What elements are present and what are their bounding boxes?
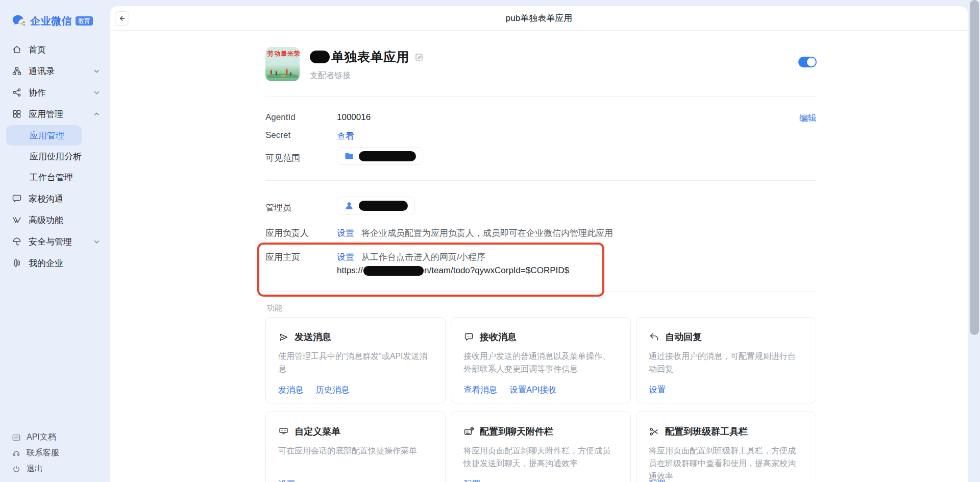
advanced-v-icon: [12, 215, 22, 225]
homepage-url: https:// n/team/todo?qywxCorpId=$CORPID$: [337, 266, 569, 276]
sidebar-nav: 首页 通讯录 协作 应用管理: [0, 39, 108, 274]
scrollbar-thumb[interactable]: [970, 0, 979, 335]
feature-card-title: 自定义菜单: [295, 425, 340, 438]
chat-attachment-config-link[interactable]: 配置: [463, 479, 480, 482]
visible-scope-chip[interactable]: [337, 147, 423, 165]
sidebar-item-app-management[interactable]: 应用管理: [0, 103, 108, 125]
folder-icon: [344, 151, 354, 161]
history-message-link[interactable]: 历史消息: [316, 384, 350, 396]
brand-name: 企业微信: [30, 14, 72, 28]
sidebar-subitem-label: 应用管理: [30, 130, 64, 141]
sidebar-item-label: 联系客服: [27, 448, 59, 459]
receive-message-icon: [463, 332, 474, 343]
visible-scope-label: 可见范围: [265, 148, 337, 164]
admin-row: 管理员: [265, 197, 415, 214]
sidebar-item-label: 安全与管理: [29, 236, 72, 248]
feature-card-desc: 通过接收用户的消息，可配置规则进行自动回复: [649, 350, 803, 375]
app-subtitle: 支配者链接: [310, 70, 424, 81]
feature-card-title: 配置到班级群工具栏: [665, 425, 748, 438]
homepage-url-suffix: n/team/todo?qywxCorpId=$CORPID$: [424, 266, 569, 276]
app-head: 劳动最光荣 单独表单应用: [265, 47, 424, 81]
app-owner-label: 应用负责人: [265, 227, 337, 239]
feature-card-title: 配置到聊天附件栏: [480, 425, 553, 438]
sidebar-subitem-app-usage-analysis[interactable]: 应用使用分析: [6, 146, 82, 166]
secret-view-link[interactable]: 查看: [337, 130, 354, 142]
sidebar-item-label: API文档: [27, 432, 56, 443]
edu-badge: 教育: [76, 16, 93, 26]
sidebar-item-label: 退出: [27, 464, 43, 474]
feature-card-class-group-toolbar: 配置到班级群工具栏 将应用页面配置到班级群工具栏，方便成员在班级群聊中查看和使用…: [636, 412, 816, 482]
app-logo-caption: 劳动最光荣: [267, 50, 300, 58]
contacts-icon: [12, 66, 22, 76]
sidebar-item-collaboration[interactable]: 协作: [0, 82, 108, 103]
feature-card-title: 自动回复: [665, 331, 702, 343]
sidebar-item-label: 首页: [29, 44, 46, 56]
app-detail-panel: pub单独表单应用 劳动最光荣: [110, 6, 968, 482]
sidebar-item-contact-support[interactable]: 联系客服: [0, 445, 108, 461]
admin-chip[interactable]: [337, 197, 415, 214]
homepage-set-link[interactable]: 设置: [337, 251, 354, 263]
send-message-link[interactable]: 发消息: [278, 384, 304, 396]
admin-label: 管理员: [265, 198, 337, 213]
sidebar-item-home[interactable]: 首页: [0, 39, 108, 60]
agentid-label: AgentId: [265, 112, 337, 123]
sidebar-subitem-workbench-management[interactable]: 工作台管理: [6, 167, 82, 187]
logo: 企业微信 教育: [0, 0, 108, 39]
homepage-desc: 从工作台点击进入的网页/小程序: [361, 251, 485, 263]
sidebar-footer: API API文档 联系客服 退出: [0, 423, 108, 477]
api-doc-icon: API: [12, 433, 21, 442]
company-icon: [12, 258, 22, 268]
secret-label: Secret: [265, 130, 337, 140]
auto-reply-settings-link[interactable]: 设置: [649, 384, 666, 396]
redacted-text: [310, 51, 330, 63]
sidebar-subitem-app-management[interactable]: 应用管理: [6, 125, 82, 146]
sidebar-item-label: 应用管理: [29, 108, 63, 120]
send-icon: [278, 332, 289, 343]
feature-card-desc: 将应用页面配置到聊天附件栏，方便成员快捷发送到聊天，提高沟通效率: [463, 444, 618, 470]
view-message-link[interactable]: 查看消息: [463, 384, 497, 396]
feature-card-receive-message: 接收消息 接收用户发送的普通消息以及菜单操作、外部联系人变更回调等事件信息 查看…: [451, 317, 631, 403]
app-enabled-toggle[interactable]: [798, 57, 817, 67]
owner-set-link[interactable]: 设置: [337, 227, 354, 239]
chat-bubble-icon: [12, 194, 22, 204]
sidebar-item-advanced-features[interactable]: 高级功能: [0, 209, 108, 231]
toggle-knob: [807, 58, 816, 66]
sidebar-item-logout[interactable]: 退出: [0, 461, 108, 477]
sidebar-item-security-management[interactable]: 安全与管理: [0, 231, 108, 252]
sidebar-item-label: 高级功能: [29, 214, 63, 226]
feature-cards-row-2: 自定义菜单 可在应用会话的底部配置快捷操作菜单 设置 配置到聊天附件栏 将应用页…: [265, 412, 816, 482]
sidebar-item-label: 协作: [29, 87, 46, 99]
sidebar-item-home-school[interactable]: 家校沟通: [0, 188, 108, 209]
class-toolbar-config-link[interactable]: 配置: [649, 479, 666, 482]
page-title: pub单独表单应用: [110, 6, 968, 30]
sidebar-item-contacts[interactable]: 通讯录: [0, 60, 108, 82]
divider: [265, 180, 817, 181]
divider: [265, 291, 817, 292]
chevron-up-icon: [93, 111, 100, 117]
headset-icon: [12, 449, 21, 458]
power-icon: [12, 465, 21, 474]
visible-scope-row: 可见范围: [265, 147, 423, 165]
edit-link[interactable]: 编辑: [799, 112, 817, 124]
divider: [265, 96, 817, 97]
feature-card-chat-attachment: 配置到聊天附件栏 将应用页面配置到聊天附件栏，方便成员快捷发送到聊天，提高沟通效…: [451, 412, 631, 482]
edit-name-icon[interactable]: [414, 53, 424, 62]
person-icon: [344, 201, 354, 211]
custom-menu-icon: [278, 426, 289, 437]
sidebar-subitem-label: 应用使用分析: [30, 151, 82, 162]
sidebar-item-api-docs[interactable]: API API文档: [0, 429, 108, 445]
homepage-url-prefix: https://: [337, 266, 363, 276]
sidebar-item-my-company[interactable]: 我的企业: [0, 252, 108, 274]
class-group-toolbar-icon: [649, 426, 659, 437]
wecom-logo-icon: [11, 13, 27, 29]
chat-attachment-icon: [463, 426, 474, 437]
chevron-down-icon: [93, 89, 100, 96]
feature-cards-row-1: 发送消息 使用管理工具中的“消息群发”或API发送消息 发消息 历史消息 接收消…: [265, 317, 816, 403]
owner-desc: 将企业成员配置为应用负责人，成员即可在企业微信内管理此应用: [361, 227, 613, 239]
feature-card-custom-menu: 自定义菜单 可在应用会话的底部配置快捷操作菜单 设置: [265, 412, 446, 482]
app-logo-image: 劳动最光荣: [265, 47, 300, 81]
set-api-receive-link[interactable]: 设置API接收: [509, 384, 557, 396]
custom-menu-settings-link[interactable]: 设置: [278, 479, 295, 482]
app-meta: 单独表单应用 支配者链接: [310, 47, 424, 81]
umbrella-icon: [12, 236, 22, 247]
